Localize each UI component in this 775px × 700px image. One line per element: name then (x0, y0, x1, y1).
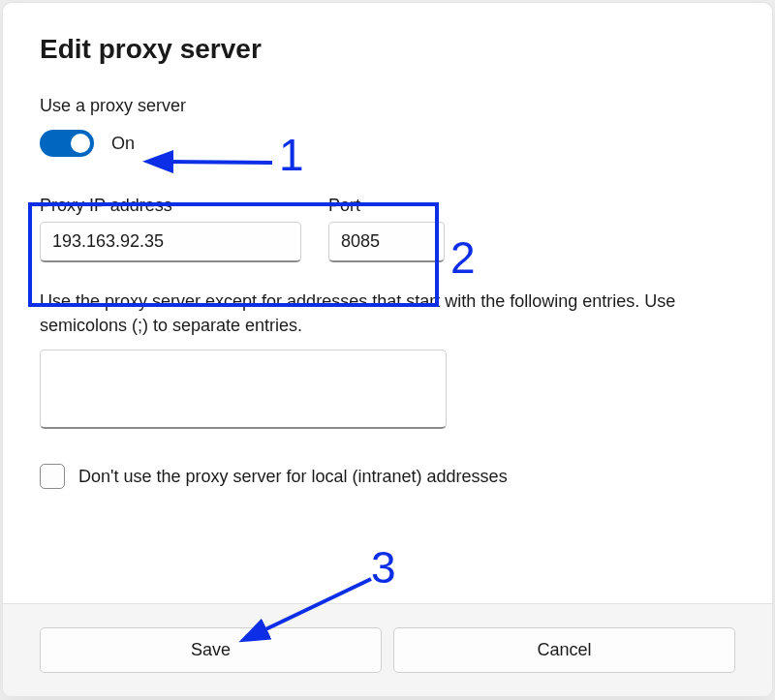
port-field-group: Port (328, 196, 445, 262)
ip-label: Proxy IP address (40, 196, 301, 216)
bypass-addresses-input[interactable] (40, 350, 447, 429)
save-button[interactable]: Save (40, 627, 382, 673)
proxy-ip-input[interactable] (40, 222, 301, 262)
toggle-state-label: On (111, 134, 135, 154)
dialog-footer: Save Cancel (3, 603, 772, 696)
proxy-fields-row: Proxy IP address Port (40, 196, 735, 262)
use-proxy-toggle[interactable] (40, 130, 94, 157)
dialog-title: Edit proxy server (40, 34, 735, 65)
toggle-knob (71, 134, 90, 153)
ip-field-group: Proxy IP address (40, 196, 301, 262)
dialog-content: Edit proxy server Use a proxy server On … (3, 3, 772, 489)
cancel-button[interactable]: Cancel (393, 627, 735, 673)
port-label: Port (328, 196, 445, 216)
annotation-num-3: 3 (371, 541, 396, 593)
local-bypass-label: Don't use the proxy server for local (in… (78, 467, 508, 487)
local-checkbox-row: Don't use the proxy server for local (in… (40, 464, 735, 489)
toggle-row: On (40, 130, 735, 157)
proxy-port-input[interactable] (328, 222, 445, 262)
use-proxy-label: Use a proxy server (40, 96, 735, 116)
local-bypass-checkbox[interactable] (40, 464, 65, 489)
bypass-description: Use the proxy server except for addresse… (40, 289, 735, 338)
edit-proxy-dialog: Edit proxy server Use a proxy server On … (2, 2, 773, 697)
